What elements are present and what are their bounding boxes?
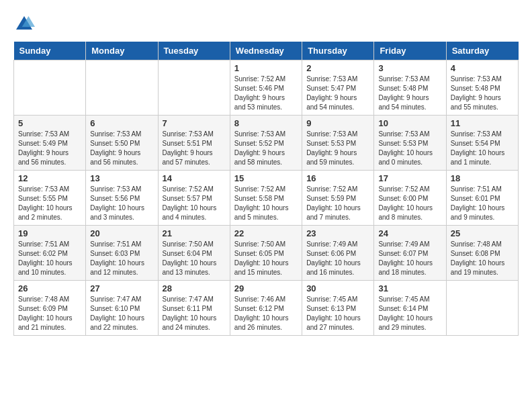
day-info: Sunrise: 7:53 AM Sunset: 5:54 PM Dayligh… <box>451 130 514 167</box>
day-number: 20 <box>90 228 153 238</box>
day-info: Sunrise: 7:53 AM Sunset: 5:48 PM Dayligh… <box>451 75 514 112</box>
day-number: 1 <box>234 63 298 73</box>
day-number: 13 <box>90 173 153 183</box>
day-info: Sunrise: 7:53 AM Sunset: 5:48 PM Dayligh… <box>378 75 441 112</box>
day-cell: 26Sunrise: 7:48 AM Sunset: 6:09 PM Dayli… <box>14 281 86 336</box>
day-number: 3 <box>378 63 441 73</box>
day-number: 10 <box>378 118 441 128</box>
day-cell: 2Sunrise: 7:53 AM Sunset: 5:47 PM Daylig… <box>302 60 374 116</box>
header-cell-monday: Monday <box>86 42 158 60</box>
day-info: Sunrise: 7:52 AM Sunset: 5:46 PM Dayligh… <box>234 75 298 112</box>
day-number: 30 <box>306 283 369 293</box>
day-number: 14 <box>163 173 226 183</box>
day-number: 28 <box>163 283 226 293</box>
day-number: 7 <box>163 118 226 128</box>
day-number: 19 <box>18 228 81 238</box>
day-cell: 22Sunrise: 7:50 AM Sunset: 6:05 PM Dayli… <box>230 226 302 281</box>
header-cell-saturday: Saturday <box>446 42 518 60</box>
week-row-5: 26Sunrise: 7:48 AM Sunset: 6:09 PM Dayli… <box>14 281 519 336</box>
day-cell: 12Sunrise: 7:53 AM Sunset: 5:55 PM Dayli… <box>14 171 86 226</box>
day-number: 6 <box>90 118 153 128</box>
day-number: 24 <box>378 228 441 238</box>
day-info: Sunrise: 7:48 AM Sunset: 6:09 PM Dayligh… <box>18 295 81 332</box>
day-number: 29 <box>234 283 298 293</box>
day-cell: 28Sunrise: 7:47 AM Sunset: 6:11 PM Dayli… <box>158 281 230 336</box>
day-cell: 21Sunrise: 7:50 AM Sunset: 6:04 PM Dayli… <box>158 226 230 281</box>
day-cell: 13Sunrise: 7:53 AM Sunset: 5:56 PM Dayli… <box>86 171 158 226</box>
day-info: Sunrise: 7:45 AM Sunset: 6:13 PM Dayligh… <box>306 295 369 332</box>
day-cell: 31Sunrise: 7:45 AM Sunset: 6:14 PM Dayli… <box>374 281 446 336</box>
week-row-1: 1Sunrise: 7:52 AM Sunset: 5:46 PM Daylig… <box>14 60 519 116</box>
day-cell: 6Sunrise: 7:53 AM Sunset: 5:50 PM Daylig… <box>86 116 158 171</box>
day-info: Sunrise: 7:49 AM Sunset: 6:06 PM Dayligh… <box>306 240 369 277</box>
day-info: Sunrise: 7:53 AM Sunset: 5:51 PM Dayligh… <box>163 130 226 167</box>
day-info: Sunrise: 7:53 AM Sunset: 5:53 PM Dayligh… <box>378 130 441 167</box>
day-number: 8 <box>234 118 298 128</box>
day-info: Sunrise: 7:46 AM Sunset: 6:12 PM Dayligh… <box>234 295 298 332</box>
header-row: SundayMondayTuesdayWednesdayThursdayFrid… <box>14 42 519 60</box>
day-number: 2 <box>306 63 369 73</box>
day-info: Sunrise: 7:52 AM Sunset: 5:59 PM Dayligh… <box>306 185 369 222</box>
header-cell-tuesday: Tuesday <box>158 42 230 60</box>
day-info: Sunrise: 7:49 AM Sunset: 6:07 PM Dayligh… <box>378 240 441 277</box>
day-cell: 20Sunrise: 7:51 AM Sunset: 6:03 PM Dayli… <box>86 226 158 281</box>
day-cell: 24Sunrise: 7:49 AM Sunset: 6:07 PM Dayli… <box>374 226 446 281</box>
day-number: 9 <box>306 118 369 128</box>
day-number: 15 <box>234 173 298 183</box>
day-cell: 14Sunrise: 7:52 AM Sunset: 5:57 PM Dayli… <box>158 171 230 226</box>
day-cell <box>14 60 86 116</box>
day-cell: 15Sunrise: 7:52 AM Sunset: 5:58 PM Dayli… <box>230 171 302 226</box>
header-cell-friday: Friday <box>374 42 446 60</box>
day-info: Sunrise: 7:50 AM Sunset: 6:05 PM Dayligh… <box>234 240 298 277</box>
day-number: 23 <box>306 228 369 238</box>
day-cell: 3Sunrise: 7:53 AM Sunset: 5:48 PM Daylig… <box>374 60 446 116</box>
day-info: Sunrise: 7:53 AM Sunset: 5:55 PM Dayligh… <box>18 185 81 222</box>
day-cell: 5Sunrise: 7:53 AM Sunset: 5:49 PM Daylig… <box>14 116 86 171</box>
day-number: 27 <box>90 283 153 293</box>
page-header <box>13 13 519 35</box>
day-cell: 7Sunrise: 7:53 AM Sunset: 5:51 PM Daylig… <box>158 116 230 171</box>
day-cell: 8Sunrise: 7:53 AM Sunset: 5:52 PM Daylig… <box>230 116 302 171</box>
day-info: Sunrise: 7:53 AM Sunset: 5:49 PM Dayligh… <box>18 130 81 167</box>
day-cell: 23Sunrise: 7:49 AM Sunset: 6:06 PM Dayli… <box>302 226 374 281</box>
day-cell <box>446 281 518 336</box>
day-cell: 9Sunrise: 7:53 AM Sunset: 5:53 PM Daylig… <box>302 116 374 171</box>
day-info: Sunrise: 7:50 AM Sunset: 6:04 PM Dayligh… <box>163 240 226 277</box>
day-info: Sunrise: 7:51 AM Sunset: 6:02 PM Dayligh… <box>18 240 81 277</box>
day-number: 12 <box>18 173 81 183</box>
day-info: Sunrise: 7:53 AM Sunset: 5:53 PM Dayligh… <box>306 130 369 167</box>
day-cell: 29Sunrise: 7:46 AM Sunset: 6:12 PM Dayli… <box>230 281 302 336</box>
day-number: 5 <box>18 118 81 128</box>
week-row-4: 19Sunrise: 7:51 AM Sunset: 6:02 PM Dayli… <box>14 226 519 281</box>
week-row-3: 12Sunrise: 7:53 AM Sunset: 5:55 PM Dayli… <box>14 171 519 226</box>
day-number: 21 <box>163 228 226 238</box>
day-cell <box>158 60 230 116</box>
day-cell: 17Sunrise: 7:52 AM Sunset: 6:00 PM Dayli… <box>374 171 446 226</box>
day-cell: 30Sunrise: 7:45 AM Sunset: 6:13 PM Dayli… <box>302 281 374 336</box>
day-info: Sunrise: 7:52 AM Sunset: 5:58 PM Dayligh… <box>234 185 298 222</box>
day-number: 16 <box>306 173 369 183</box>
day-cell: 1Sunrise: 7:52 AM Sunset: 5:46 PM Daylig… <box>230 60 302 116</box>
day-cell: 4Sunrise: 7:53 AM Sunset: 5:48 PM Daylig… <box>446 60 518 116</box>
day-info: Sunrise: 7:51 AM Sunset: 6:03 PM Dayligh… <box>90 240 153 277</box>
day-info: Sunrise: 7:47 AM Sunset: 6:11 PM Dayligh… <box>163 295 226 332</box>
day-number: 4 <box>451 63 514 73</box>
day-info: Sunrise: 7:53 AM Sunset: 5:52 PM Dayligh… <box>234 130 298 167</box>
day-cell: 10Sunrise: 7:53 AM Sunset: 5:53 PM Dayli… <box>374 116 446 171</box>
day-number: 25 <box>451 228 514 238</box>
day-info: Sunrise: 7:52 AM Sunset: 6:00 PM Dayligh… <box>378 185 441 222</box>
calendar-table: SundayMondayTuesdayWednesdayThursdayFrid… <box>13 42 519 336</box>
day-number: 18 <box>451 173 514 183</box>
day-number: 11 <box>451 118 514 128</box>
logo <box>13 13 38 35</box>
day-info: Sunrise: 7:45 AM Sunset: 6:14 PM Dayligh… <box>378 295 441 332</box>
header-cell-thursday: Thursday <box>302 42 374 60</box>
day-info: Sunrise: 7:52 AM Sunset: 5:57 PM Dayligh… <box>163 185 226 222</box>
day-cell: 25Sunrise: 7:48 AM Sunset: 6:08 PM Dayli… <box>446 226 518 281</box>
day-info: Sunrise: 7:48 AM Sunset: 6:08 PM Dayligh… <box>451 240 514 277</box>
day-info: Sunrise: 7:53 AM Sunset: 5:56 PM Dayligh… <box>90 185 153 222</box>
day-cell: 16Sunrise: 7:52 AM Sunset: 5:59 PM Dayli… <box>302 171 374 226</box>
header-cell-sunday: Sunday <box>14 42 86 60</box>
week-row-2: 5Sunrise: 7:53 AM Sunset: 5:49 PM Daylig… <box>14 116 519 171</box>
day-info: Sunrise: 7:53 AM Sunset: 5:47 PM Dayligh… <box>306 75 369 112</box>
